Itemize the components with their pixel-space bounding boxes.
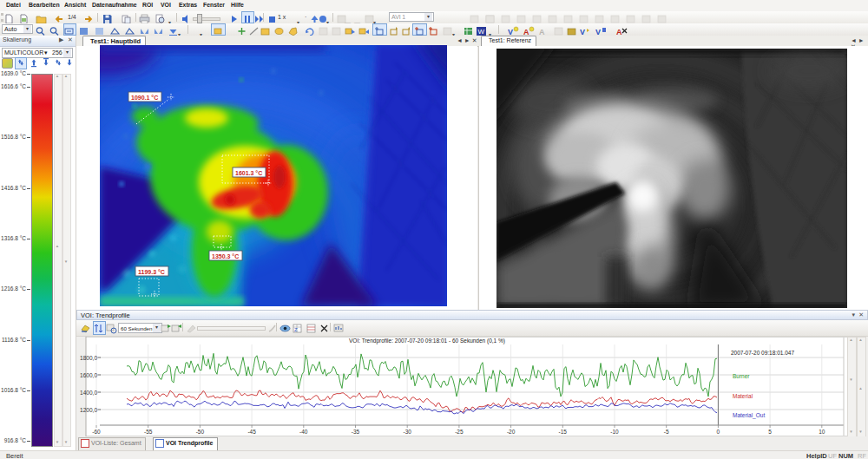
svg-text:-40: -40 xyxy=(299,429,308,435)
svg-text:-30: -30 xyxy=(403,429,411,435)
svg-text:1090.1 °C: 1090.1 °C xyxy=(131,95,158,101)
svg-text:1200,0: 1200,0 xyxy=(80,407,97,413)
svg-text:1600,0: 1600,0 xyxy=(80,372,97,378)
svg-text:Burner: Burner xyxy=(733,373,750,379)
svg-text:1400,0: 1400,0 xyxy=(80,390,97,396)
svg-text:-60: -60 xyxy=(92,429,101,435)
svg-text:-50: -50 xyxy=(196,429,205,435)
svg-text:-15: -15 xyxy=(559,429,568,435)
svg-text:-25: -25 xyxy=(455,429,464,435)
svg-text:1199.3 °C: 1199.3 °C xyxy=(138,269,165,275)
svg-text:-10: -10 xyxy=(610,429,619,435)
svg-text:-45: -45 xyxy=(247,429,256,435)
svg-text:Z: Z xyxy=(294,327,298,332)
svg-text:-20: -20 xyxy=(507,429,516,435)
svg-text:1601.3 °C: 1601.3 °C xyxy=(235,170,262,176)
svg-text:10: 10 xyxy=(819,429,825,435)
svg-text:1800,0: 1800,0 xyxy=(80,355,97,361)
svg-text:VOI: Trendprofile: 2007-07-20: VOI: Trendprofile: 2007-07-20 09:18:01 -… xyxy=(349,338,505,344)
svg-text:-35: -35 xyxy=(352,429,360,435)
svg-text:1350.3 °C: 1350.3 °C xyxy=(212,253,239,259)
svg-text:0: 0 xyxy=(717,429,720,435)
svg-text:Material: Material xyxy=(733,393,753,399)
svg-text:2007-07-20 09:18:01.047: 2007-07-20 09:18:01.047 xyxy=(731,350,794,356)
svg-text:W: W xyxy=(478,28,485,36)
svg-text:-55: -55 xyxy=(144,429,153,435)
svg-text:Material_Out: Material_Out xyxy=(733,412,765,419)
svg-text:-5: -5 xyxy=(664,429,669,435)
svg-text:5: 5 xyxy=(768,429,772,435)
